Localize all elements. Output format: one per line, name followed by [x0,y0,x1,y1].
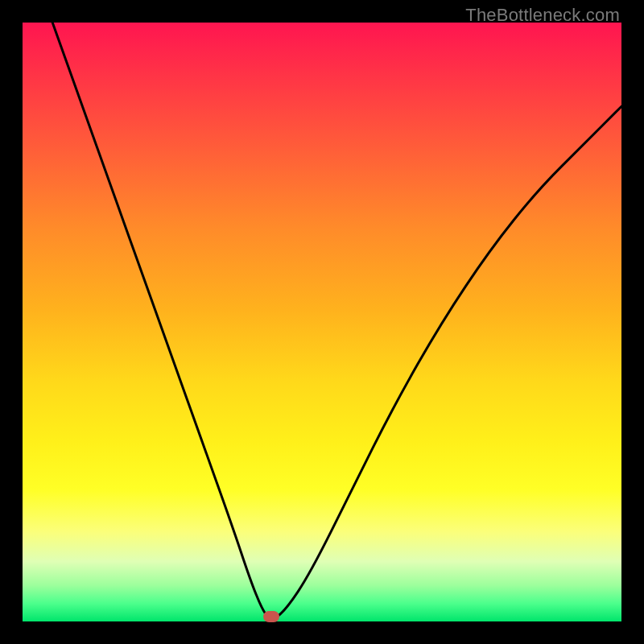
outer-frame: TheBottleneck.com [0,0,644,644]
gradient-plot-area [23,23,621,621]
bottleneck-curve [52,23,621,618]
curve-svg [23,23,621,621]
minimum-marker [263,611,279,622]
